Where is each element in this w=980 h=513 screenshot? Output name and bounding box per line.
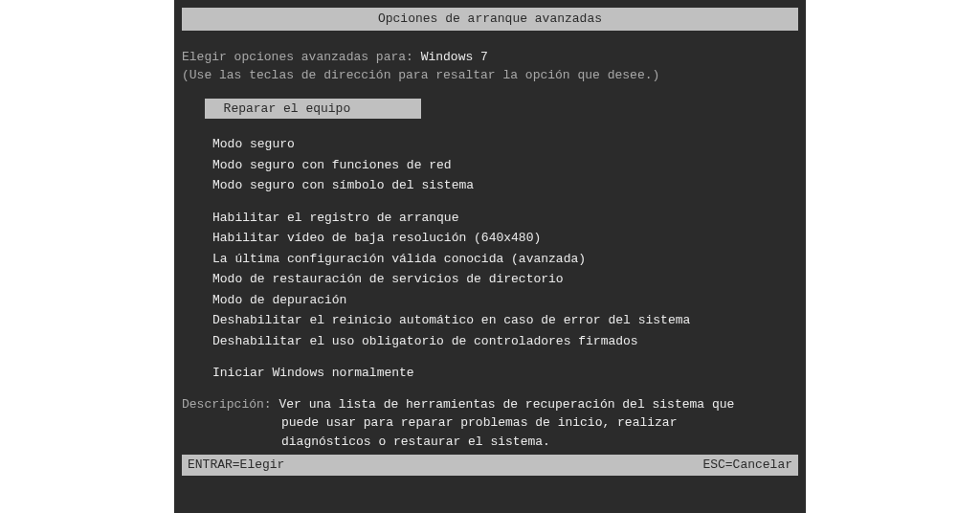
description-line-1: Ver una lista de herramientas de recuper… — [278, 397, 734, 412]
menu-item-safe-mode[interactable]: Modo seguro — [212, 134, 798, 155]
description-line-2: puede usar para reparar problemas de ini… — [281, 413, 798, 433]
content-area: Elegir opciones avanzadas para: Windows … — [174, 31, 806, 452]
intro-os-name: Windows 7 — [421, 50, 488, 64]
footer-enter-hint: ENTRAR=Elegir — [188, 456, 284, 475]
description-block: Descripción: Ver una lista de herramient… — [182, 395, 798, 452]
menu-item-repair-computer[interactable]: Reparar el equipo — [205, 99, 421, 120]
footer-esc-hint: ESC=Cancelar — [702, 456, 792, 475]
menu-item-ds-restore-mode[interactable]: Modo de restauración de servicios de dir… — [212, 269, 798, 290]
boot-screen: Opciones de arranque avanzadas Elegir op… — [174, 0, 806, 513]
menu-item-last-known-good[interactable]: La última configuración válida conocida … — [212, 249, 798, 270]
menu-item-disable-driver-signing[interactable]: Deshabilitar el uso obligatorio de contr… — [212, 331, 798, 352]
menu-item-disable-auto-restart[interactable]: Deshabilitar el reinicio automático en c… — [212, 310, 798, 331]
screen-title: Opciones de arranque avanzadas — [182, 8, 798, 31]
menu-item-safe-mode-networking[interactable]: Modo seguro con funciones de red — [212, 155, 798, 176]
menu-item-debug-mode[interactable]: Modo de depuración — [212, 290, 798, 311]
intro-line: Elegir opciones avanzadas para: Windows … — [182, 48, 798, 67]
navigation-hint: (Use las teclas de dirección para resalt… — [182, 66, 798, 85]
menu-item-boot-logging[interactable]: Habilitar el registro de arranque — [212, 208, 798, 229]
description-label: Descripción: — [182, 397, 278, 412]
footer-bar: ENTRAR=Elegir ESC=Cancelar — [182, 455, 798, 476]
menu-item-low-res-video[interactable]: Habilitar vídeo de baja resolución (640x… — [212, 228, 798, 249]
intro-label: Elegir opciones avanzadas para: — [182, 50, 421, 64]
description-line-3: diagnósticos o restaurar el sistema. — [281, 433, 798, 452]
menu-item-start-normally[interactable]: Iniciar Windows normalmente — [212, 363, 798, 384]
menu-item-safe-mode-command[interactable]: Modo seguro con símbolo del sistema — [212, 175, 798, 196]
